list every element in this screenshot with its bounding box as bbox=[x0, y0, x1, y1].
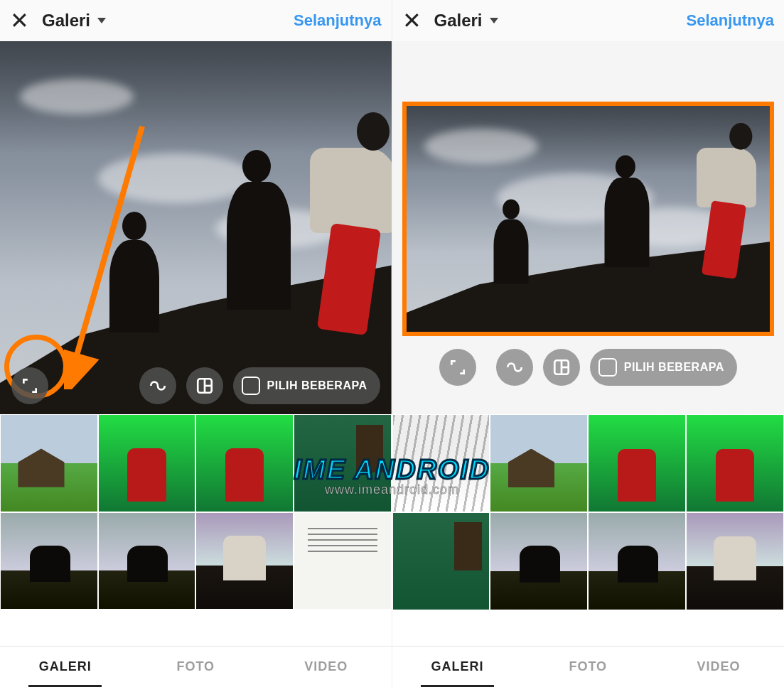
preview-image bbox=[0, 41, 392, 414]
gallery-thumb[interactable] bbox=[98, 414, 196, 512]
layout-collage-button[interactable] bbox=[186, 367, 223, 404]
bottom-tabs: GALERI FOTO VIDEO bbox=[0, 646, 392, 687]
phone-screen-left: ✕ Galeri Selanjutnya bbox=[0, 0, 392, 687]
gallery-dropdown[interactable]: Galeri bbox=[42, 11, 294, 31]
top-bar: ✕ Galeri Selanjutnya bbox=[0, 0, 392, 41]
preview-toolbar: PILIH BEBERAPA bbox=[0, 367, 392, 404]
select-multiple-button[interactable]: PILIH BEBERAPA bbox=[590, 349, 737, 386]
expand-crop-button[interactable] bbox=[11, 367, 48, 404]
gallery-thumb[interactable] bbox=[294, 414, 392, 512]
gallery-thumb[interactable] bbox=[0, 512, 98, 610]
gallery-thumb[interactable] bbox=[98, 512, 196, 610]
layout-collage-button[interactable] bbox=[543, 349, 580, 386]
tab-gallery[interactable]: GALERI bbox=[392, 647, 523, 687]
gallery-dropdown[interactable]: Galeri bbox=[434, 11, 687, 31]
boomerang-button[interactable] bbox=[496, 349, 533, 386]
gallery-thumb[interactable] bbox=[490, 414, 588, 512]
chevron-down-icon bbox=[97, 18, 106, 23]
select-multiple-label: PILIH BEBERAPA bbox=[624, 361, 724, 374]
gallery-grid bbox=[392, 414, 785, 610]
expand-crop-button[interactable] bbox=[439, 349, 476, 386]
tab-gallery[interactable]: GALERI bbox=[0, 647, 131, 687]
close-icon[interactable]: ✕ bbox=[402, 9, 434, 32]
chevron-down-icon bbox=[490, 18, 498, 23]
gallery-thumb[interactable] bbox=[294, 512, 392, 610]
gallery-thumb[interactable] bbox=[392, 512, 490, 610]
gallery-thumb[interactable] bbox=[588, 512, 686, 610]
header-title: Galeri bbox=[434, 11, 483, 31]
tab-photo[interactable]: FOTO bbox=[522, 647, 653, 687]
gallery-thumb[interactable] bbox=[588, 414, 686, 512]
preview-image-framed bbox=[402, 102, 775, 336]
stack-icon bbox=[598, 358, 617, 377]
next-button[interactable]: Selanjutnya bbox=[687, 11, 774, 30]
gallery-thumb[interactable] bbox=[195, 512, 294, 610]
gallery-thumb[interactable] bbox=[686, 512, 784, 610]
gallery-thumb[interactable] bbox=[392, 414, 490, 512]
gallery-grid bbox=[0, 414, 392, 610]
next-button[interactable]: Selanjutnya bbox=[294, 11, 381, 30]
header-title: Galeri bbox=[42, 11, 90, 31]
photo-preview[interactable]: PILIH BEBERAPA bbox=[392, 41, 785, 414]
close-icon[interactable]: ✕ bbox=[10, 9, 42, 32]
gallery-thumb[interactable] bbox=[195, 414, 294, 512]
select-multiple-label: PILIH BEBERAPA bbox=[267, 379, 367, 392]
gallery-thumb[interactable] bbox=[686, 414, 784, 512]
tab-photo[interactable]: FOTO bbox=[131, 647, 262, 687]
tab-video[interactable]: VIDEO bbox=[261, 647, 392, 687]
phone-screen-right: ✕ Galeri Selanjutnya bbox=[392, 0, 785, 687]
bottom-tabs: GALERI FOTO VIDEO bbox=[392, 646, 785, 687]
select-multiple-button[interactable]: PILIH BEBERAPA bbox=[233, 367, 380, 404]
top-bar: ✕ Galeri Selanjutnya bbox=[392, 0, 785, 41]
preview-toolbar: PILIH BEBERAPA bbox=[436, 349, 740, 386]
gallery-thumb[interactable] bbox=[0, 414, 98, 512]
gallery-thumb[interactable] bbox=[490, 512, 588, 610]
photo-preview[interactable]: PILIH BEBERAPA bbox=[0, 41, 392, 414]
tab-video[interactable]: VIDEO bbox=[653, 647, 784, 687]
boomerang-button[interactable] bbox=[139, 367, 176, 404]
stack-icon bbox=[242, 377, 260, 395]
